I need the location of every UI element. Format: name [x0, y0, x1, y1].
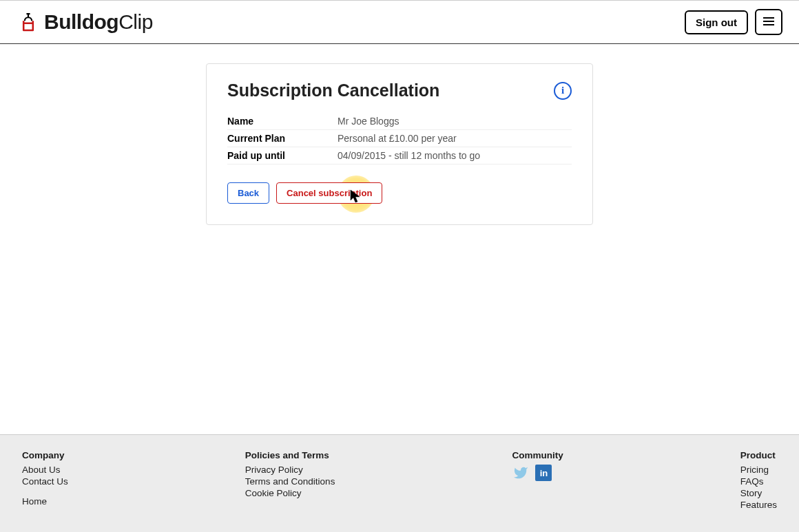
row-label: Current Plan: [227, 130, 338, 147]
footer-link-story[interactable]: Story: [740, 488, 777, 498]
logo-text: BulldogClip: [44, 10, 153, 34]
table-row: Current Plan Personal at £10.00 per year: [227, 130, 572, 147]
logo[interactable]: BulldogClip: [17, 10, 153, 34]
menu-button[interactable]: [755, 9, 782, 35]
hamburger-icon: [763, 17, 774, 28]
cancel-subscription-button[interactable]: Cancel subscription: [276, 182, 382, 204]
info-icon[interactable]: i: [554, 82, 572, 100]
header-actions: Sign out: [685, 9, 782, 35]
row-label: Name: [227, 113, 338, 130]
footer-heading: Policies and Terms: [245, 450, 335, 460]
footer-link-about[interactable]: About Us: [22, 465, 68, 475]
table-row: Name Mr Joe Bloggs: [227, 113, 572, 130]
button-row: Back Cancel subscription: [227, 182, 572, 204]
footer-heading: Company: [22, 450, 68, 460]
svg-rect-1: [763, 21, 774, 22]
footer-link-contact[interactable]: Contact Us: [22, 476, 68, 487]
card-title: Subscription Cancellation: [227, 81, 439, 100]
svg-rect-0: [763, 17, 774, 19]
row-value: Personal at £10.00 per year: [338, 130, 572, 147]
footer-heading: Community: [512, 450, 563, 460]
table-row: Paid up until 04/09/2015 - still 12 mont…: [227, 147, 572, 164]
row-label: Paid up until: [227, 147, 338, 164]
row-value: 04/09/2015 - still 12 months to go: [338, 147, 572, 164]
footer-policies: Policies and Terms Privacy Policy Terms …: [245, 450, 335, 511]
footer-link-cookie[interactable]: Cookie Policy: [245, 488, 335, 498]
bulldogclip-icon: [17, 10, 40, 34]
subscription-card: Subscription Cancellation i Name Mr Joe …: [206, 63, 593, 225]
twitter-icon[interactable]: [512, 465, 530, 481]
footer: Company About Us Contact Us Home Policie…: [0, 434, 799, 532]
linkedin-icon[interactable]: in: [535, 465, 552, 481]
footer-link-terms[interactable]: Terms and Conditions: [245, 476, 335, 487]
footer-link-faqs[interactable]: FAQs: [740, 476, 777, 487]
footer-heading: Product: [740, 450, 777, 460]
footer-link-pricing[interactable]: Pricing: [740, 465, 777, 475]
details-table: Name Mr Joe Bloggs Current Plan Personal…: [227, 113, 572, 164]
sign-out-button[interactable]: Sign out: [685, 10, 748, 34]
footer-community: Community in: [512, 450, 563, 511]
header-bar: BulldogClip Sign out: [0, 0, 799, 44]
main-content: Subscription Cancellation i Name Mr Joe …: [0, 44, 799, 225]
svg-rect-2: [763, 24, 774, 25]
row-value: Mr Joe Bloggs: [338, 113, 572, 130]
back-button[interactable]: Back: [227, 182, 269, 204]
footer-company: Company About Us Contact Us Home: [22, 450, 68, 511]
footer-link-privacy[interactable]: Privacy Policy: [245, 465, 335, 475]
footer-link-home[interactable]: Home: [22, 496, 68, 507]
footer-link-features[interactable]: Features: [740, 500, 777, 510]
footer-product: Product Pricing FAQs Story Features: [740, 450, 777, 511]
